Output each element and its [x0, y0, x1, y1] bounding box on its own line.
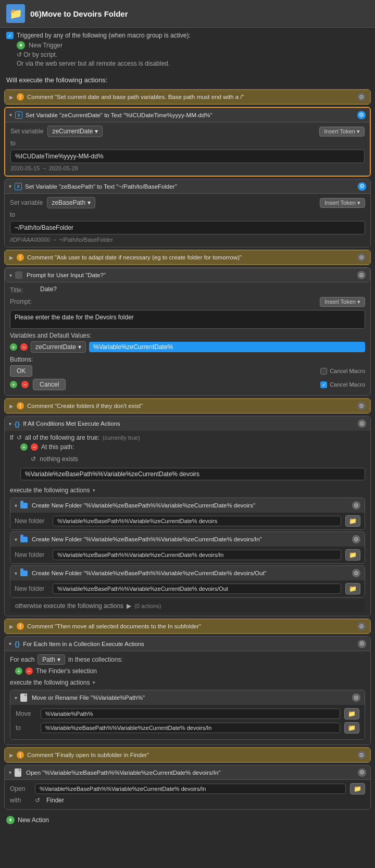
new-action-row: + New Action [0, 812, 375, 828]
variable-name-dropdown[interactable]: zeCurrentDate ▾ [47, 126, 103, 137]
var-name-dropdown[interactable]: zeCurrentDate▾ [31, 341, 86, 353]
exclaim-icon: ! [17, 93, 24, 101]
comment-header-2: ▶ ! Comment "Ask user to adapt date if n… [5, 250, 370, 265]
cf1-value[interactable]: %Variable%zeBasePath%%Variable%zeCurrent… [53, 516, 341, 526]
move-rename-body: Move %Variable%Path% 📁 to %Variable%zeBa… [10, 705, 365, 739]
insert-token-btn[interactable]: to Insert Token ▾ [319, 127, 365, 137]
var-value-field[interactable]: %Variable%zeCurrentDate% [89, 342, 365, 352]
gear-foreach[interactable]: ⚙ [358, 640, 366, 648]
gear-cf3[interactable]: ⚙ [352, 569, 360, 577]
gear-button-comment-2[interactable]: ⚙ [357, 253, 366, 262]
ok-cancel-checkbox[interactable] [320, 368, 327, 375]
insert-token-btn-2[interactable]: Insert Token ▾ [320, 198, 365, 208]
move-btn[interactable]: 📁 [344, 708, 359, 720]
preview-date: 2020-05-15 → 2020-05-28 [10, 163, 365, 172]
to-value-move[interactable]: %Variable%zeBasePath%%Variable%zeCurrent… [41, 723, 340, 733]
cf2-title: Create New Folder "%Variable%zeBasePath%… [32, 536, 349, 542]
ok-cancel-label: Cancel Macro [330, 368, 365, 374]
cf2-btn[interactable]: 📁 [345, 549, 360, 561]
foreach-header: ▾ {} For Each Item in a Collection Execu… [5, 637, 370, 651]
currently-true: (currently true) [103, 435, 140, 441]
to-value-date[interactable]: %ICUDateTime%yyyy-MM-dd% [10, 150, 365, 163]
gear-cf2[interactable]: ⚙ [352, 535, 360, 543]
condition-block: ▾ {} If All Conditions Met Execute Actio… [4, 416, 371, 616]
gear-button-1[interactable]: ⚙ [357, 93, 366, 101]
cf3-value[interactable]: %Variable%zeBasePath%%Variable%zeCurrent… [53, 584, 341, 594]
mini-minus-icon[interactable]: − [20, 343, 28, 351]
comment-header-1: ▶ ! Comment "Set current date and base p… [5, 90, 370, 104]
with-value: Finder [46, 797, 64, 804]
exclaim-icon-5: ! [17, 751, 24, 759]
new-action-plus[interactable]: + [6, 816, 15, 824]
open-label: Open [10, 785, 31, 792]
gear-button-comment-3[interactable]: ⚙ [357, 402, 366, 410]
new-trigger-plus[interactable]: + [17, 41, 25, 49]
gear-button-condition[interactable]: ⚙ [358, 419, 366, 428]
move-value[interactable]: %Variable%Path% [41, 709, 340, 719]
gear-button-date[interactable]: ⚙ [357, 111, 366, 119]
to-value-basepath[interactable]: ~/Path/to/BaseFolder [10, 221, 365, 234]
cf2-body: New folder %Variable%zeBasePath%%Variabl… [10, 547, 365, 563]
prompt-row: Prompt: Insert Token ▾ [10, 297, 365, 307]
file-icon [20, 693, 27, 702]
to-btn[interactable]: 📁 [344, 722, 359, 734]
cancel-button[interactable]: Cancel [33, 379, 66, 390]
condition-minus[interactable]: − [31, 443, 38, 451]
will-execute-label: Will execute the following actions: [0, 73, 375, 87]
collection-name: The Finder's selection [36, 667, 97, 675]
gear-button-prompt[interactable]: ⚙ [357, 271, 366, 279]
cancel-plus[interactable]: + [10, 381, 17, 388]
gear-button-comment-4[interactable]: ⚙ [357, 622, 366, 630]
gear-button-comment-5[interactable]: ⚙ [357, 751, 366, 759]
path-dropdown[interactable]: Path▾ [38, 654, 65, 665]
to-label-move: to [16, 724, 36, 731]
trigger-checkbox[interactable]: ✓ [6, 32, 14, 39]
foreach-title: For Each Item in a Collection Execute Ac… [23, 641, 355, 647]
title-label: Title: [10, 286, 36, 294]
mini-plus-icon[interactable]: + [10, 343, 17, 351]
chevron-down-icon-2: ▾ [9, 183, 11, 189]
ok-button[interactable]: OK [10, 365, 32, 377]
comment-block-1: ▶ ! Comment "Set current date and base p… [4, 89, 371, 105]
prompt-text[interactable]: Please enter the date for the Devoirs fo… [10, 310, 365, 329]
prompt-title-row: Title: Date? [10, 286, 365, 294]
comment-block-5: ▶ ! Comment "Finally open In subfolder i… [4, 747, 371, 763]
open-folder-btn[interactable]: 📁 [350, 783, 365, 795]
comment-title-2: Comment "Ask user to adapt date if neces… [27, 254, 354, 261]
chevron-down-foreach: ▾ [9, 641, 11, 647]
coll-plus[interactable]: + [15, 667, 22, 675]
cf3-chevron: ▾ [15, 571, 17, 576]
variable-icon-2: x [15, 183, 22, 190]
gear-open[interactable]: ⚙ [358, 768, 366, 777]
open-value[interactable]: %Variable%zeBasePath%%Variable%zeCurrent… [35, 784, 346, 794]
insert-token-prompt[interactable]: Insert Token ▾ [320, 297, 365, 307]
coll-minus[interactable]: − [26, 667, 33, 675]
trigger-checkbox-row: ✓ Triggered by any of the following (whe… [6, 32, 369, 39]
folder-icon-1 [20, 503, 28, 509]
comment-header-5: ▶ ! Comment "Finally open In subfolder i… [5, 748, 370, 762]
otherwise-text: otherwise execute the following actions [15, 602, 123, 610]
comment-block-4: ▶ ! Comment "Then move all selected docu… [4, 618, 371, 634]
foreach-body: For each Path▾ in these collections: + −… [5, 651, 370, 745]
gear-cf1[interactable]: ⚙ [352, 501, 360, 510]
condition-if-row: If ↺ all of the following are true: (cur… [10, 434, 365, 441]
prompt-body: Title: Date? Prompt: Insert Token ▾ Plea… [5, 282, 370, 395]
cancel-cancel-checkbox[interactable]: ✓ [320, 381, 327, 388]
cf2-value[interactable]: %Variable%zeBasePath%%Variable%zeCurrent… [53, 550, 341, 560]
open-body: Open %Variable%zeBasePath%%Variable%zeCu… [5, 780, 370, 809]
basepath-name-dropdown[interactable]: zeBasePath ▾ [47, 197, 95, 208]
cf1-btn[interactable]: 📁 [345, 515, 360, 527]
move-rename-block: ▾ Move or Rename File "%Variable%Path%" … [10, 690, 365, 740]
or-web-row: Or via the web server but all remote acc… [6, 60, 369, 67]
cf1-row: New folder %Variable%zeBasePath%%Variabl… [15, 515, 360, 527]
gear-mr[interactable]: ⚙ [352, 693, 360, 702]
path-field[interactable]: %Variable%zeBasePath%%Variable%zeCurrent… [20, 468, 365, 480]
condition-plus[interactable]: + [20, 443, 28, 451]
to-row-date: to [10, 140, 365, 147]
chevron-right-icon-3: ▶ [9, 403, 14, 409]
cf3-btn[interactable]: 📁 [345, 583, 360, 594]
chevron-down-open: ▾ [9, 770, 11, 775]
cancel-minus[interactable]: − [21, 381, 29, 388]
gear-button-basepath[interactable]: ⚙ [358, 182, 366, 191]
cf3-label: New folder [15, 585, 48, 592]
